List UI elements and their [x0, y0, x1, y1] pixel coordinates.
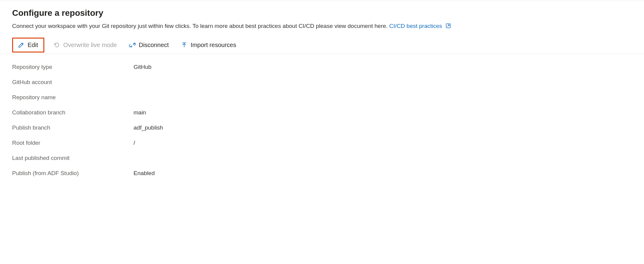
edit-button-highlight: Edit: [12, 38, 44, 52]
detail-row-repository-name: Repository name: [12, 90, 632, 105]
cicd-best-practices-link[interactable]: CI/CD best practices: [389, 23, 451, 29]
detail-label: Publish branch: [12, 124, 134, 131]
disconnect-button-label: Disconnect: [139, 42, 169, 49]
page-description: Connect your workspace with your Git rep…: [12, 22, 632, 30]
detail-row-publish-branch: Publish branch adf_publish: [12, 120, 632, 135]
description-text: Connect your workspace with your Git rep…: [12, 23, 389, 29]
detail-row-last-published-commit: Last published commit: [12, 151, 632, 166]
configure-repository-page: Configure a repository Connect your work…: [0, 0, 644, 193]
detail-row-root-folder: Root folder /: [12, 135, 632, 151]
detail-label: Root folder: [12, 140, 134, 146]
detail-label: Publish (from ADF Studio): [12, 170, 134, 177]
repository-details: Repository type GitHub GitHub account Re…: [0, 54, 644, 193]
detail-label: Last published commit: [12, 155, 134, 161]
open-external-icon: [446, 23, 451, 29]
edit-button-label: Edit: [28, 42, 38, 49]
detail-label: Repository type: [12, 64, 134, 70]
detail-row-github-account: GitHub account: [12, 75, 632, 90]
header-section: Configure a repository Connect your work…: [0, 8, 644, 30]
detail-label: GitHub account: [12, 79, 134, 86]
edit-button[interactable]: Edit: [15, 40, 41, 50]
detail-value: GitHub: [134, 64, 151, 70]
pencil-icon: [18, 42, 25, 48]
import-resources-button[interactable]: Import resources: [178, 40, 239, 50]
detail-row-publish-adf-studio: Publish (from ADF Studio) Enabled: [12, 166, 632, 181]
detail-value: adf_publish: [134, 124, 163, 131]
detail-value: /: [134, 140, 135, 146]
disconnect-icon: [129, 42, 136, 48]
toolbar: Edit Overwrite live mode Disc: [0, 36, 644, 54]
detail-value: Enabled: [134, 170, 155, 177]
disconnect-button[interactable]: Disconnect: [126, 40, 172, 50]
import-button-label: Import resources: [191, 42, 236, 49]
page-title: Configure a repository: [12, 8, 632, 18]
detail-value: main: [134, 109, 146, 116]
refresh-icon: [53, 42, 60, 48]
detail-row-repository-type: Repository type GitHub: [12, 59, 632, 75]
overwrite-live-mode-button[interactable]: Overwrite live mode: [50, 40, 120, 50]
detail-label: Repository name: [12, 94, 134, 101]
detail-row-collaboration-branch: Collaboration branch main: [12, 105, 632, 120]
import-icon: [181, 42, 188, 48]
cicd-link-label: CI/CD best practices: [389, 23, 442, 29]
overwrite-button-label: Overwrite live mode: [63, 42, 117, 49]
detail-label: Collaboration branch: [12, 109, 134, 116]
